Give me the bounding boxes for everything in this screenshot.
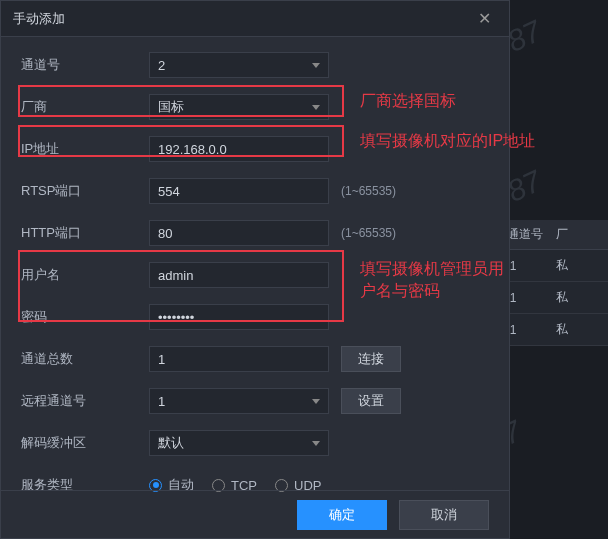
bg-cell: 私 xyxy=(548,257,598,274)
select-channel-value: 2 xyxy=(158,58,165,73)
title-bar: 手动添加 ✕ xyxy=(1,1,509,37)
label-decode: 解码缓冲区 xyxy=(21,434,149,452)
select-channel[interactable]: 2 xyxy=(149,52,329,78)
settings-button[interactable]: 设置 xyxy=(341,388,401,414)
row-channel: 通道号 2 xyxy=(21,51,489,79)
dialog-title: 手动添加 xyxy=(13,10,65,28)
dialog-footer: 确定 取消 xyxy=(1,490,509,538)
hint-http: (1~65535) xyxy=(341,226,396,240)
row-rtsp: RTSP端口 (1~65535) xyxy=(21,177,489,205)
label-total: 通道总数 xyxy=(21,350,149,368)
row-http: HTTP端口 (1~65535) xyxy=(21,219,489,247)
annotation-userpass: 填写摄像机管理员用户名与密码 xyxy=(360,258,510,302)
input-ip[interactable] xyxy=(149,136,329,162)
select-vendor-value: 国标 xyxy=(158,98,184,116)
hint-rtsp: (1~65535) xyxy=(341,184,396,198)
close-button[interactable]: ✕ xyxy=(472,7,497,30)
row-pass: 密码 xyxy=(21,303,489,331)
select-remote[interactable]: 1 xyxy=(149,388,329,414)
label-ip: IP地址 xyxy=(21,140,149,158)
input-http[interactable] xyxy=(149,220,329,246)
input-total[interactable] xyxy=(149,346,329,372)
row-total: 通道总数 连接 xyxy=(21,345,489,373)
annotation-vendor: 厂商选择国标 xyxy=(360,90,456,112)
label-http: HTTP端口 xyxy=(21,224,149,242)
bg-cell: 私 xyxy=(548,289,598,306)
label-user: 用户名 xyxy=(21,266,149,284)
bg-header-vendor: 厂 xyxy=(548,226,598,243)
input-user[interactable] xyxy=(149,262,329,288)
select-vendor[interactable]: 国标 xyxy=(149,94,329,120)
row-remote: 远程通道号 1 设置 xyxy=(21,387,489,415)
input-rtsp[interactable] xyxy=(149,178,329,204)
ok-button[interactable]: 确定 xyxy=(297,500,387,530)
annotation-ip: 填写摄像机对应的IP地址 xyxy=(360,130,590,152)
label-channel: 通道号 xyxy=(21,56,149,74)
input-pass[interactable] xyxy=(149,304,329,330)
label-remote: 远程通道号 xyxy=(21,392,149,410)
label-rtsp: RTSP端口 xyxy=(21,182,149,200)
select-remote-value: 1 xyxy=(158,394,165,409)
bg-cell: 私 xyxy=(548,321,598,338)
connect-button[interactable]: 连接 xyxy=(341,346,401,372)
select-decode[interactable]: 默认 xyxy=(149,430,329,456)
cancel-button[interactable]: 取消 xyxy=(399,500,489,530)
label-pass: 密码 xyxy=(21,308,149,326)
row-decode: 解码缓冲区 默认 xyxy=(21,429,489,457)
select-decode-value: 默认 xyxy=(158,434,184,452)
label-vendor: 厂商 xyxy=(21,98,149,116)
